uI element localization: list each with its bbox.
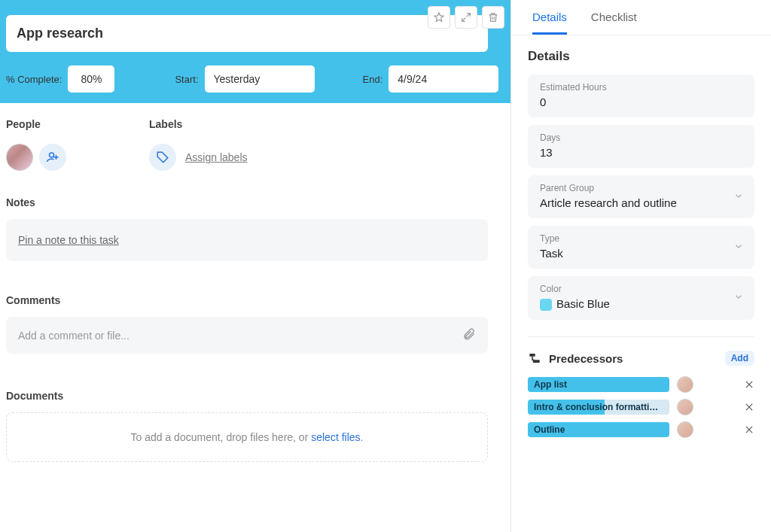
main-column: % Complete: Start: End: <box>0 0 510 532</box>
expand-icon <box>460 11 472 23</box>
parent-group-value: Article research and outline <box>540 196 742 209</box>
notes-section: Notes Pin a note to this task <box>6 196 488 261</box>
chevron-down-icon <box>733 241 744 251</box>
predecessor-row: App list <box>528 376 754 393</box>
chevron-down-icon <box>733 292 744 302</box>
color-swatch <box>540 299 552 311</box>
labels-title: Labels <box>149 118 248 130</box>
attach-button[interactable] <box>462 327 476 343</box>
attach-icon <box>462 327 476 341</box>
chevron-down-icon <box>733 190 744 201</box>
days-value: 13 <box>540 146 742 159</box>
comments-section: Comments Add a comment or file... <box>6 294 488 354</box>
field-parent-group[interactable]: Parent Group Article research and outlin… <box>528 175 754 218</box>
estimated-hours-label: Estimated Hours <box>540 82 742 93</box>
avatar[interactable] <box>677 399 693 415</box>
notes-box[interactable]: Pin a note to this task <box>6 219 488 261</box>
close-icon <box>744 402 754 412</box>
end-label: End: <box>363 74 383 85</box>
type-value: Task <box>540 247 742 260</box>
complete-input[interactable] <box>68 65 114 93</box>
tag-circle <box>149 144 176 171</box>
complete-label: % Complete: <box>6 74 62 85</box>
color-chevron <box>733 292 744 305</box>
trash-icon <box>487 11 499 23</box>
comments-title: Comments <box>6 294 488 306</box>
end-date-input[interactable] <box>389 65 498 93</box>
task-header: % Complete: Start: End: <box>0 0 510 103</box>
comment-placeholder: Add a comment or file... <box>18 330 130 342</box>
color-value-row: Basic Blue <box>540 297 742 311</box>
task-body: People Labels Assign labels <box>0 103 510 462</box>
color-value: Basic Blue <box>556 297 610 310</box>
color-label: Color <box>540 284 742 294</box>
estimated-hours-value: 0 <box>540 96 742 108</box>
add-person-icon <box>46 150 59 164</box>
close-icon <box>744 379 754 390</box>
expand-button[interactable] <box>455 6 477 29</box>
field-color[interactable]: Color Basic Blue <box>528 276 754 320</box>
parent-group-label: Parent Group <box>540 183 742 193</box>
predecessors-header: Predecessors Add <box>528 351 754 366</box>
comment-input-box[interactable]: Add a comment or file... <box>6 317 488 354</box>
predecessor-bar[interactable]: Intro & conclusion formatting and... <box>528 400 669 415</box>
header-actions <box>428 6 504 29</box>
details-panel: Details Estimated Hours 0 Days 13 Parent… <box>511 35 771 532</box>
star-button[interactable] <box>428 6 450 29</box>
docs-hint-suffix: . <box>361 431 364 443</box>
predecessor-row: Outline <box>528 421 754 438</box>
documents-section: Documents To add a document, drop files … <box>6 390 488 462</box>
docs-hint-prefix: To add a document, drop files here, or <box>131 431 312 443</box>
notes-title: Notes <box>6 196 488 208</box>
predecessor-remove-button[interactable] <box>744 402 754 412</box>
predecessors-title: Predecessors <box>549 352 623 365</box>
predecessor-remove-button[interactable] <box>744 424 754 435</box>
add-person-button[interactable] <box>39 144 66 171</box>
delete-button[interactable] <box>482 6 504 29</box>
predecessors-list: App listIntro & conclusion formatting an… <box>528 376 754 438</box>
field-type[interactable]: Type Task <box>528 226 754 269</box>
svg-rect-0 <box>529 354 535 357</box>
people-section: People <box>6 118 66 171</box>
avatar[interactable] <box>6 144 33 171</box>
start-label: Start: <box>175 74 198 85</box>
type-label: Type <box>540 233 742 244</box>
field-estimated-hours[interactable]: Estimated Hours 0 <box>528 74 754 117</box>
field-days[interactable]: Days 13 <box>528 125 754 168</box>
assign-labels-link[interactable]: Assign labels <box>185 151 248 163</box>
predecessors-add-button[interactable]: Add <box>725 351 754 366</box>
predecessor-icon <box>528 351 541 365</box>
task-title-input[interactable] <box>6 15 488 52</box>
labels-section: Labels Assign labels <box>149 118 248 171</box>
days-label: Days <box>540 132 742 143</box>
pin-note-link[interactable]: Pin a note to this task <box>18 234 119 246</box>
task-detail-view: % Complete: Start: End: <box>0 0 771 532</box>
star-icon <box>433 11 445 23</box>
documents-title: Documents <box>6 390 488 402</box>
tag-icon <box>156 150 169 164</box>
documents-dropzone[interactable]: To add a document, drop files here, or s… <box>6 412 488 462</box>
predecessor-remove-button[interactable] <box>744 379 754 390</box>
start-date-input[interactable] <box>205 65 315 93</box>
avatar[interactable] <box>677 376 693 393</box>
predecessor-bar[interactable]: App list <box>528 377 669 392</box>
details-sidebar: Details Checklist Details Estimated Hour… <box>510 0 771 532</box>
sidebar-divider <box>528 336 754 337</box>
type-chevron <box>733 241 744 254</box>
parent-chevron <box>733 190 744 203</box>
select-files-link[interactable]: select files <box>311 431 360 443</box>
avatar[interactable] <box>677 421 693 438</box>
predecessor-row: Intro & conclusion formatting and... <box>528 399 754 415</box>
close-icon <box>744 424 754 435</box>
predecessor-bar[interactable]: Outline <box>528 422 669 437</box>
people-title: People <box>6 118 66 130</box>
